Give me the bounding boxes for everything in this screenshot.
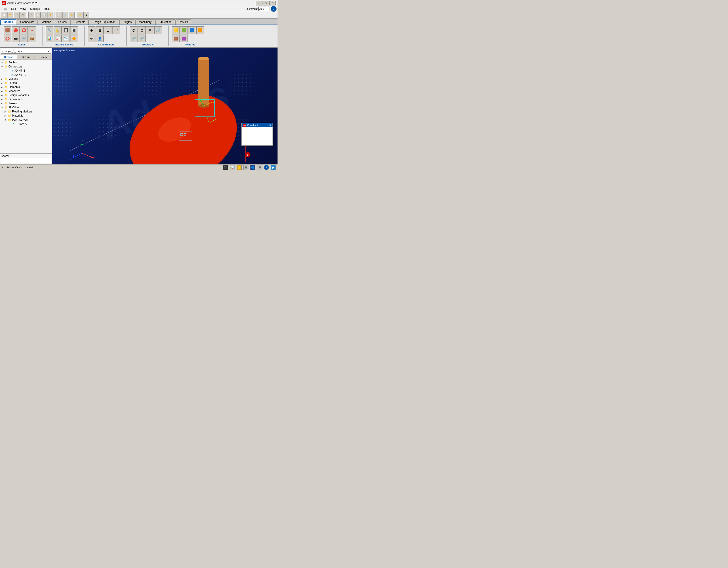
select-box-button[interactable]: ⬜ xyxy=(35,12,41,18)
solid-cone-icon[interactable]: 🔺 xyxy=(28,26,36,34)
status-icon2[interactable]: 📊 xyxy=(230,165,235,170)
menu-file[interactable]: File xyxy=(1,7,9,11)
tree-item-motions[interactable]: ▶ 📁 Motions xyxy=(0,77,52,81)
tab-simulation[interactable]: Simulation xyxy=(155,19,175,25)
sidebar-tab-browse[interactable]: Browse xyxy=(0,55,17,59)
flex-icon7[interactable]: 📉 xyxy=(62,35,70,42)
feature-icon4[interactable]: 🟧 xyxy=(196,26,204,34)
tree-item-joint-a[interactable]: ⚙ JOINT_A xyxy=(0,73,52,77)
new-button[interactable]: 📄 xyxy=(1,12,7,18)
maximize-button[interactable]: □ xyxy=(263,1,269,5)
minimize-button[interactable]: ─ xyxy=(256,1,262,5)
solid-plate-icon[interactable]: ▬ xyxy=(12,35,20,42)
menu-settings[interactable]: Settings xyxy=(28,7,42,11)
construction-icon2[interactable]: ⊞ xyxy=(96,26,104,34)
tree-item-elements[interactable]: ▶ 📁 Elements xyxy=(0,85,52,89)
tree-item-measures[interactable]: ▶ 📁 Measures xyxy=(0,89,52,93)
construction-icon6[interactable]: 👤 xyxy=(96,35,104,42)
tab-motions[interactable]: Motions xyxy=(38,19,54,25)
flex-icon2[interactable]: 📐 xyxy=(54,26,62,34)
feature-icon2[interactable]: 🟩 xyxy=(180,26,188,34)
pan-button[interactable]: ✋ xyxy=(48,12,53,18)
coord-close-icon[interactable]: ✕ xyxy=(269,124,271,127)
measure-button[interactable]: 📏 xyxy=(77,12,83,18)
status-icon1[interactable]: ⬛ xyxy=(223,165,228,170)
tree-item-joint-b[interactable]: ⚙ JOINT_B xyxy=(0,69,52,73)
zoom-button[interactable]: 🔍 xyxy=(62,12,68,18)
tree-item-floating-markers[interactable]: ▶ 📁 Floating Markers xyxy=(0,110,52,114)
tree-item-connectors[interactable]: ▼ 📁 Connectors xyxy=(0,65,52,69)
tree-item-point-curves[interactable]: ▼ 📁 Point Curves xyxy=(0,118,52,122)
tab-bodies[interactable]: Bodies xyxy=(0,19,16,25)
solid-box-icon[interactable]: 🟫 xyxy=(4,26,11,34)
flex-icon1[interactable]: 🔧 xyxy=(46,26,53,34)
sidebar-tabs: Browse Groups Filters xyxy=(0,55,52,60)
solid-sphere-icon[interactable]: 🔴 xyxy=(12,26,20,34)
flex-icon3[interactable]: 🔲 xyxy=(62,26,70,34)
status-icon5[interactable]: 🌐 xyxy=(250,165,255,170)
menu-view[interactable]: View xyxy=(18,7,28,11)
tree-item-results[interactable]: ▶ 📁 Results xyxy=(0,101,52,105)
tab-connectors[interactable]: Connectors xyxy=(17,19,38,25)
construction-icon1[interactable]: ✚ xyxy=(88,26,95,34)
rotate-button[interactable]: 🔄 xyxy=(41,12,47,18)
bool-union-icon[interactable]: ⊙ xyxy=(130,26,138,34)
construction-icon5[interactable]: xyz xyxy=(88,35,95,42)
settings-button[interactable]: ⚙ xyxy=(83,12,89,18)
tab-results[interactable]: Results xyxy=(175,19,191,25)
viewport[interactable]: example_5_cams Adams xyxy=(52,48,278,164)
close-button[interactable]: ✕ xyxy=(269,1,276,5)
tab-forces[interactable]: Forces xyxy=(55,19,70,25)
flex-icon8[interactable]: 🔶 xyxy=(70,35,78,42)
tab-elements[interactable]: Elements xyxy=(70,19,89,25)
menu-tools[interactable]: Tools xyxy=(42,7,52,11)
tree-item-ptcv-c[interactable]: └ 〜 PTCV_C xyxy=(0,122,52,126)
tree-item-bodies[interactable]: ▼ 📁 Bodies xyxy=(0,60,52,65)
status-icon7[interactable]: i xyxy=(264,165,269,170)
increment-input[interactable]: 30.0 xyxy=(258,7,270,11)
bool-icon6[interactable]: 🔗 xyxy=(138,35,146,42)
help-button[interactable]: ? xyxy=(271,6,277,12)
tree-item-all-other[interactable]: ▼ 📁 All Other xyxy=(0,105,52,110)
construction-icon3[interactable]: ⊿ xyxy=(104,26,112,34)
status-icon3[interactable]: 🟨 xyxy=(237,165,242,170)
tab-plugins[interactable]: Plugins xyxy=(119,19,135,25)
bool-icon5[interactable]: 🔗 xyxy=(130,35,138,42)
solid-extrude-icon[interactable]: 📦 xyxy=(28,35,36,42)
view3d-button[interactable]: 🔲 xyxy=(56,12,62,18)
select-button[interactable]: ↖ xyxy=(28,12,34,18)
open-button[interactable]: 📂 xyxy=(7,12,13,18)
flex-icon4[interactable]: 🔳 xyxy=(70,26,78,34)
tree-item-forces[interactable]: ▶ 📁 Forces xyxy=(0,81,52,85)
tab-design-exploration[interactable]: Design Exploration xyxy=(89,19,119,25)
tree-item-design-vars[interactable]: ▶ 📁 Design Variables xyxy=(0,93,52,97)
tree-item-simulations[interactable]: ▶ 📁 Simulations xyxy=(0,97,52,101)
redo-button[interactable]: ↪ xyxy=(20,12,26,18)
pan2-button[interactable]: 🖐 xyxy=(69,12,75,18)
flex-icon5[interactable]: 📊 xyxy=(46,35,53,42)
search-label: Search xyxy=(1,155,51,158)
feature-icon1[interactable]: 🟨 xyxy=(172,26,180,34)
sidebar-tab-filters[interactable]: Filters xyxy=(35,55,52,59)
feature-icon3[interactable]: 🟦 xyxy=(188,26,196,34)
flex-icon6[interactable]: 📈 xyxy=(54,35,62,42)
feature-icon5[interactable]: 🟫 xyxy=(172,35,180,42)
status-icon8[interactable]: ▶ xyxy=(271,165,276,170)
solid-torus-icon[interactable]: ⭕ xyxy=(4,35,11,42)
status-icon4[interactable]: ⊞ xyxy=(243,165,248,170)
search-input[interactable] xyxy=(1,158,51,163)
tab-machinery[interactable]: Machinery xyxy=(135,19,155,25)
bool-icon4[interactable]: 🔗 xyxy=(154,26,162,34)
menu-edit[interactable]: Edit xyxy=(9,7,18,11)
status-icon6[interactable]: ⚙ xyxy=(257,165,262,170)
model-dropdown[interactable]: example_5_cams xyxy=(1,49,51,54)
sidebar-tab-groups[interactable]: Groups xyxy=(17,55,35,59)
bool-subtract-icon[interactable]: ⊗ xyxy=(138,26,146,34)
tree-item-materials[interactable]: ▶ 📁 Materials xyxy=(0,114,52,118)
bool-intersect-icon[interactable]: ◎ xyxy=(146,26,154,34)
undo-button[interactable]: ↩ xyxy=(14,12,20,18)
solid-cylinder-icon[interactable]: ⭕ xyxy=(20,26,28,34)
feature-icon6[interactable]: 🟪 xyxy=(180,35,188,42)
solid-link-icon[interactable]: 🔗 xyxy=(20,35,28,42)
construction-icon4[interactable]: 〰 xyxy=(112,26,120,34)
